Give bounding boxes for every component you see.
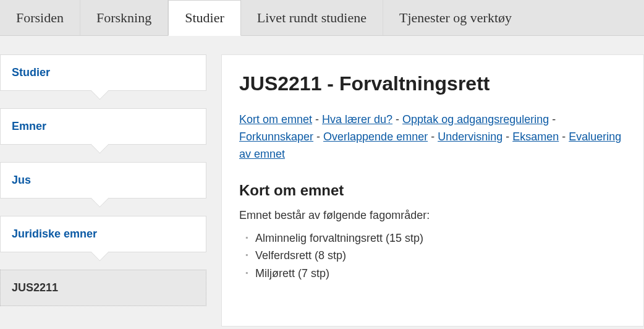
tab-label: Tjenester og verktøy — [399, 10, 512, 26]
crumb-emner[interactable]: Emner — [0, 108, 206, 145]
anchor-undervisning[interactable]: Undervisning — [438, 130, 502, 143]
anchor-overlappende[interactable]: Overlappende emner — [323, 130, 428, 143]
crumb-label: Studier — [12, 66, 50, 79]
tab-tjenester[interactable]: Tjenester og verktøy — [383, 0, 528, 35]
page-body: Studier Emner Jus Juridiske emner JUS221… — [0, 36, 644, 327]
separator: - — [312, 113, 322, 126]
crumb-label: Juridiske emner — [12, 228, 97, 240]
separator: - — [549, 113, 556, 126]
crumb-label: Emner — [12, 120, 46, 132]
crumb-label: JUS2211 — [12, 281, 58, 294]
crumb-current: JUS2211 — [0, 270, 206, 306]
tab-label: Livet rundt studiene — [257, 10, 366, 26]
anchor-kort-om[interactable]: Kort om emnet — [239, 113, 312, 126]
tab-forskning[interactable]: Forskning — [80, 0, 168, 35]
main-content: JUS2211 - Forvaltningsrett Kort om emnet… — [221, 54, 644, 327]
breadcrumb-sidebar: Studier Emner Jus Juridiske emner JUS221… — [0, 54, 206, 327]
separator: - — [392, 113, 402, 126]
section-heading: Kort om emnet — [239, 182, 626, 199]
intro-text: Emnet består av følgende fagområder: — [239, 209, 626, 222]
tab-label: Studier — [185, 10, 224, 26]
crumb-jus[interactable]: Jus — [0, 162, 206, 199]
anchor-opptak[interactable]: Opptak og adgangsregulering — [402, 113, 549, 126]
bullet-list: Alminnelig forvaltningsrett (15 stp) Vel… — [239, 229, 626, 283]
separator: - — [313, 130, 323, 143]
list-item: Miljørett (7 stp) — [245, 265, 626, 283]
tab-label: Forskning — [96, 10, 151, 26]
list-item: Alminnelig forvaltningsrett (15 stp) — [245, 229, 626, 247]
separator: - — [559, 130, 569, 143]
crumb-studier[interactable]: Studier — [0, 54, 206, 91]
tab-studier[interactable]: Studier — [168, 0, 241, 36]
crumb-juridiske-emner[interactable]: Juridiske emner — [0, 216, 206, 252]
tab-livet-rundt[interactable]: Livet rundt studiene — [241, 0, 383, 35]
tab-forsiden[interactable]: Forsiden — [0, 0, 80, 35]
anchor-forkunnskaper[interactable]: Forkunnskaper — [239, 130, 313, 143]
separator: - — [502, 130, 512, 143]
anchor-eksamen[interactable]: Eksamen — [512, 130, 559, 143]
page-title: JUS2211 - Forvaltningsrett — [239, 72, 626, 95]
anchor-links: Kort om emnet - Hva lærer du? - Opptak o… — [239, 111, 626, 163]
separator: - — [428, 130, 438, 143]
top-tabs: Forsiden Forskning Studier Livet rundt s… — [0, 0, 644, 36]
anchor-hva-laerer[interactable]: Hva lærer du? — [322, 113, 392, 126]
crumb-label: Jus — [12, 174, 31, 186]
tab-label: Forsiden — [16, 10, 64, 26]
list-item: Velferdsrett (8 stp) — [245, 247, 626, 265]
